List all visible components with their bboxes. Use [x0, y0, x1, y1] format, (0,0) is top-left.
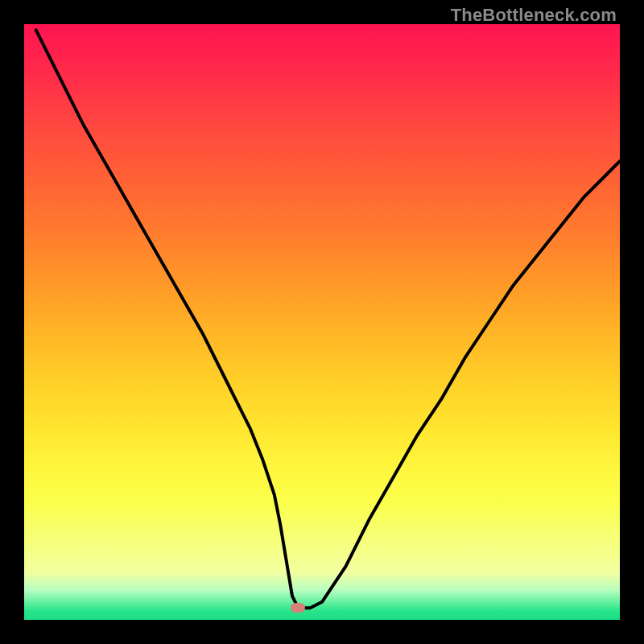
optimal-marker	[291, 603, 305, 613]
curve-svg	[24, 24, 620, 620]
watermark: TheBottleneck.com	[451, 5, 617, 26]
chart-frame: TheBottleneck.com	[0, 0, 644, 644]
plot-area	[24, 24, 620, 620]
bottleneck-curve	[36, 30, 620, 608]
